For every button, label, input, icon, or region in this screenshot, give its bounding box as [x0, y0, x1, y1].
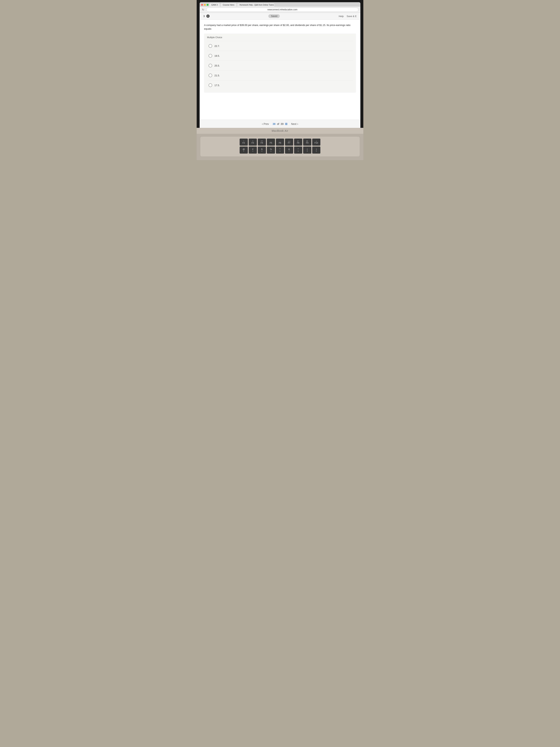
chevron-left-icon: [262, 122, 263, 126]
f8-icon: ▶II: [297, 140, 299, 142]
choice-item-b[interactable]: 19.5.: [207, 51, 353, 60]
f7-icon: ◄◄: [288, 140, 290, 142]
key-f4[interactable]: ⊞⊞ F4: [258, 138, 266, 146]
section-label: Multiple Choice: [207, 36, 353, 39]
page-info: 38 of 39 ⊞: [273, 122, 287, 126]
tab-exam3[interactable]: EAM 3: [209, 3, 220, 7]
fn-key-row: ☀ F2 ⊟ F3 ⊞⊞ F4 ·: F5 ·:· F6 ◄◄ F7: [202, 138, 358, 146]
f2-icon: ☀: [243, 140, 244, 142]
key-percent[interactable]: % 5: [267, 147, 275, 154]
choice-item-d[interactable]: 21.5.: [207, 70, 353, 80]
tab-bar: EAM 3 Course Hero Homework Help - Q&A fr…: [199, 2, 361, 7]
main-content: A company had a market price of $39.00 p…: [199, 20, 361, 120]
key-f6[interactable]: ·:· F6: [276, 138, 284, 146]
key-f5[interactable]: ·: F5: [267, 138, 275, 146]
key-asterisk[interactable]: * 8: [294, 147, 302, 154]
key-ampersand[interactable]: & 7: [285, 147, 293, 154]
number-key-row: @ 2 # 3 $ 4 % 5 ^ 6 & 7: [202, 147, 358, 154]
key-caret[interactable]: ^ 6: [276, 147, 284, 154]
radio-b[interactable]: [209, 54, 212, 58]
choice-label-d: 21.5.: [214, 74, 220, 77]
key-dollar[interactable]: $ 4: [258, 147, 266, 154]
keyboard-area: ☀ F2 ⊟ F3 ⊞⊞ F4 ·: F5 ·:· F6 ◄◄ F7: [197, 134, 363, 160]
f3-icon: ⊟: [252, 140, 254, 142]
minimize-button[interactable]: [204, 4, 206, 6]
header-left: 3 i: [203, 15, 210, 18]
key-f9[interactable]: ▶▶ F9: [303, 138, 311, 146]
keyboard: ☀ F2 ⊟ F3 ⊞⊞ F4 ·: F5 ·:· F6 ◄◄ F7: [201, 137, 359, 156]
f9-icon: ▶▶: [306, 140, 308, 142]
url-bar[interactable]: newconnect.mheducation.com: [206, 7, 358, 12]
app-header: 3 i Saved Help Save & E: [199, 13, 361, 20]
header-right: Help Save & E: [339, 15, 357, 18]
close-button[interactable]: [201, 4, 203, 6]
key-at[interactable]: @ 2: [240, 147, 248, 154]
key-f2[interactable]: ☀ F2: [240, 138, 248, 146]
prev-button[interactable]: Prev: [262, 122, 269, 126]
key-f10[interactable]: ◄ F10: [312, 138, 320, 146]
save-exit-button[interactable]: Save & E: [347, 15, 357, 18]
radio-e[interactable]: [209, 83, 212, 87]
f6-icon: ·:·: [279, 140, 281, 142]
macbook-label: MacBook Air: [197, 128, 363, 134]
radio-d[interactable]: [209, 74, 212, 77]
current-page: 38: [273, 123, 275, 125]
address-bar-row: ↻ newconnect.mheducation.com: [199, 7, 361, 13]
navigation-bar: Prev 38 of 39 ⊞ Next: [199, 120, 361, 128]
tab-coursehero[interactable]: Course Hero: [220, 3, 237, 7]
f5-icon: ·:: [271, 140, 271, 142]
f4-icon: ⊞⊞: [261, 140, 263, 142]
header-center: Saved: [268, 14, 280, 18]
total-pages: 39: [281, 123, 284, 125]
radio-a[interactable]: [209, 44, 212, 48]
question-text: A company had a market price of $39.00 p…: [204, 23, 356, 31]
choice-label-c: 25.5.: [214, 64, 220, 67]
info-icon[interactable]: i: [206, 15, 210, 18]
question-number: 3: [203, 15, 205, 18]
maximize-button[interactable]: [207, 4, 209, 6]
answer-section: Multiple Choice 22.7. 19.5. 25.5.: [204, 33, 356, 93]
help-button[interactable]: Help: [339, 15, 344, 18]
key-f7[interactable]: ◄◄ F7: [285, 138, 293, 146]
saved-status: Saved: [268, 14, 280, 18]
next-button[interactable]: Next: [291, 122, 298, 126]
traffic-lights: [201, 4, 209, 6]
screen-area: EAM 3 Course Hero Homework Help - Q&A fr…: [197, 0, 363, 128]
grid-icon[interactable]: ⊞: [285, 122, 287, 126]
key-hash[interactable]: # 3: [249, 147, 257, 154]
choice-label-e: 17.5.: [214, 84, 220, 87]
key-f8[interactable]: ▶II F8: [294, 138, 302, 146]
browser-window: EAM 3 Course Hero Homework Help - Q&A fr…: [199, 2, 361, 128]
tab-homework[interactable]: Homework Help - Q&A from Online Tutors -…: [237, 3, 274, 7]
f10-icon: ◄: [316, 140, 317, 142]
chevron-right-icon: [297, 122, 298, 126]
choice-item-a[interactable]: 22.7.: [207, 41, 353, 51]
choice-label-a: 22.7.: [214, 45, 220, 47]
of-label: of: [277, 123, 279, 125]
refresh-button[interactable]: ↻: [202, 8, 205, 11]
radio-c[interactable]: [209, 64, 212, 68]
choice-item-e[interactable]: 17.5.: [207, 80, 353, 90]
key-f3[interactable]: ⊟ F3: [249, 138, 257, 146]
choice-label-b: 19.5.: [214, 54, 220, 57]
key-rparen[interactable]: ) 0: [312, 147, 320, 154]
key-lparen[interactable]: ( 9: [303, 147, 311, 154]
choice-item-c[interactable]: 25.5.: [207, 60, 353, 70]
